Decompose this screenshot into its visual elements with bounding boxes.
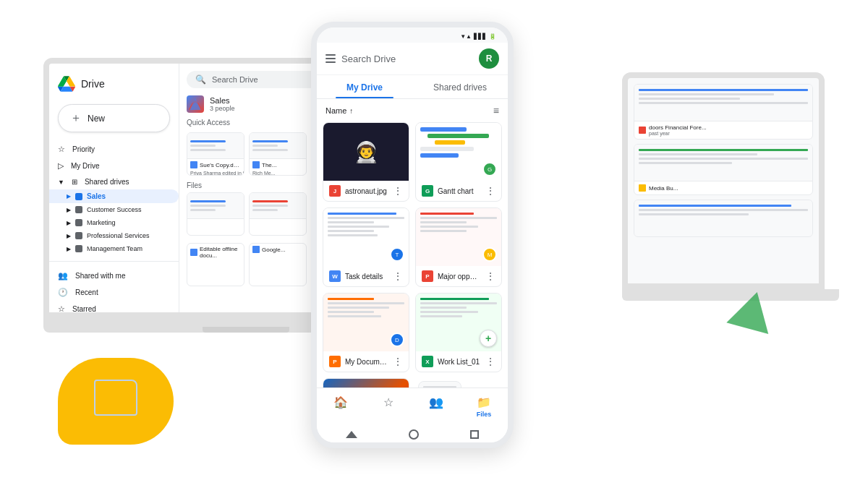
- back-button[interactable]: [346, 431, 357, 438]
- cs-folder-icon: [75, 206, 82, 213]
- new-button[interactable]: ＋ New: [58, 104, 170, 132]
- laptop2-file-icon-2: [639, 184, 646, 192]
- sidebar-label-mkt: Marketing: [87, 219, 116, 226]
- sidebar-item-mgmtteam[interactable]: ▶ Management Team: [49, 242, 179, 255]
- sharedwithme-icon: 👥: [58, 271, 68, 281]
- files-grid: 👨‍🚀 J astronaut.jpg ⋮: [323, 122, 502, 388]
- more-menu-major[interactable]: ⋮: [485, 270, 495, 282]
- sort-label[interactable]: Name ↑: [326, 106, 353, 115]
- sidebar-label-cs: Customer Success: [87, 206, 142, 213]
- sidebar-item-priority[interactable]: ☆ Priority: [49, 141, 179, 158]
- phone-header: Search Drive R: [317, 43, 508, 75]
- file-card-astronaut[interactable]: 👨‍🚀 J astronaut.jpg ⋮: [323, 122, 409, 202]
- mydoc-avatar-badge: D: [390, 333, 404, 347]
- sidebar-item-marketing[interactable]: ▶ Marketing: [49, 216, 179, 229]
- file-sub-2: Rich Me...: [250, 171, 306, 176]
- file-name-gantt: Gantt chart: [438, 187, 481, 195]
- more-menu-astronaut[interactable]: ⋮: [393, 185, 403, 197]
- file-thumb-gantt: G: [416, 123, 501, 181]
- pdf-icon: P: [422, 270, 433, 282]
- sidebar-item-starred[interactable]: ☆ Starred: [49, 301, 179, 317]
- more-menu-task[interactable]: ⋮: [393, 270, 403, 282]
- file-card-mydoc[interactable]: D P My Document ⋮: [323, 293, 409, 372]
- file-card-gantt[interactable]: G G Gantt chart ⋮: [415, 122, 502, 202]
- mkt-expand-icon: ▶: [67, 220, 71, 226]
- home-button[interactable]: [409, 429, 419, 440]
- nav-home[interactable]: 🏠: [317, 393, 365, 421]
- more-menu-worklist[interactable]: ⋮: [485, 356, 495, 367]
- home-icon: 🏠: [333, 395, 348, 409]
- nav-files[interactable]: 📁 Files: [460, 393, 508, 421]
- major-avatar-badge: M: [482, 247, 497, 262]
- more-menu-mydoc[interactable]: ⋮: [393, 356, 403, 367]
- file-card-tokyo[interactable]: Next Tokyo...: [323, 378, 409, 388]
- more-menu-gantt[interactable]: ⋮: [485, 185, 495, 197]
- laptop2-thumb-2: [634, 145, 812, 181]
- sidebar-label-priority: Priority: [72, 145, 95, 153]
- laptop2-file-2[interactable]: Media Bu...: [634, 144, 813, 195]
- sidebar-item-shareddrives[interactable]: ▼ ⊞ Shared drives: [49, 174, 179, 189]
- hamburger-menu-button[interactable]: [326, 54, 336, 63]
- astronaut-image: 👨‍🚀: [323, 123, 409, 181]
- files-nav-icon: 📁: [477, 395, 491, 409]
- recents-button[interactable]: [470, 430, 479, 439]
- bottom-nav: 🏠 ☆ 👥 📁 Files: [317, 388, 508, 425]
- docs-icon-small-2: [252, 161, 260, 168]
- sidebar-item-recent[interactable]: 🕐 Recent: [49, 284, 179, 301]
- laptop2-file-3[interactable]: [634, 200, 813, 237]
- quick-access-file-2[interactable]: The... Rich Me...: [249, 132, 307, 176]
- file-thumb-astronaut: 👨‍🚀: [323, 123, 409, 181]
- add-placeholder-card: [418, 381, 461, 388]
- list-view-icon[interactable]: ≡: [493, 105, 499, 116]
- add-new-area: +: [418, 381, 499, 388]
- file-card-add: +: [415, 378, 502, 388]
- file-thumb-major: M: [416, 208, 501, 266]
- tab-shared-drives[interactable]: Shared drives: [412, 75, 508, 98]
- file-card-6[interactable]: Google...: [249, 243, 307, 286]
- sidebar-item-customer-success[interactable]: ▶ Customer Success: [49, 203, 179, 216]
- user-avatar[interactable]: R: [479, 48, 499, 69]
- file-thumb-task: T: [323, 208, 409, 266]
- file-info-astronaut: J astronaut.jpg ⋮: [323, 181, 409, 201]
- sidebar-header: Drive: [49, 72, 179, 101]
- tab-my-drive[interactable]: My Drive: [317, 75, 412, 98]
- phone-status-bar: ▼▲ ▋▋▋ 🔋: [317, 27, 508, 43]
- gantt-avatar-badge: G: [482, 162, 497, 176]
- file-card-worklist[interactable]: + X Work List_01 ⋮: [415, 293, 502, 372]
- file-card-task[interactable]: T W Task details ⋮: [323, 207, 409, 287]
- file-info-worklist: X Work List_01 ⋮: [416, 351, 501, 372]
- file-card-4[interactable]: [249, 192, 307, 236]
- file-card-3[interactable]: [187, 192, 244, 236]
- priority-icon: ☆: [58, 145, 65, 154]
- quick-access-file-1[interactable]: Sue's Copy.docx Priya Sharma edited in t…: [187, 132, 244, 176]
- shared-drives-icon: ⊞: [72, 178, 77, 186]
- sales-folder-icon: [75, 193, 82, 200]
- phone-device: ▼▲ ▋▋▋ 🔋 Search Drive R My Drive Shared …: [311, 22, 514, 448]
- file5-icon: [190, 249, 197, 256]
- file-card-major[interactable]: M P Major opportu... ⋮: [415, 207, 502, 287]
- laptop2-thumb-3: [634, 200, 812, 236]
- file6-icon: [252, 246, 260, 253]
- laptop2-file-info-1: doors Financial Fore... past year: [634, 121, 812, 139]
- sidebar-label-sales: Sales: [87, 192, 106, 200]
- ppt-icon: P: [329, 356, 341, 367]
- file-thumb-2: [250, 133, 306, 159]
- sheets-icon: G: [422, 185, 433, 197]
- sidebar-item-sharedwithme[interactable]: 👥 Shared with me: [49, 267, 179, 284]
- sales-avatar: [187, 95, 204, 113]
- nav-shared[interactable]: 👥: [412, 393, 460, 421]
- sidebar-item-mydrive[interactable]: ▷ My Drive: [49, 158, 179, 174]
- file-name-task: Task details: [345, 273, 388, 281]
- file-name-1: Sue's Copy.docx: [200, 162, 241, 168]
- file-card-5[interactable]: Editable offline docu...: [187, 243, 244, 286]
- file-info-major: P Major opportu... ⋮: [416, 266, 501, 286]
- file6-name: Google...: [262, 247, 285, 253]
- nav-starred[interactable]: ☆: [365, 393, 412, 421]
- sidebar-item-sales[interactable]: ▶ Sales: [49, 189, 179, 203]
- phone-search-input[interactable]: Search Drive: [341, 53, 473, 64]
- hamburger-line-2: [326, 58, 336, 59]
- worklist-add-badge[interactable]: +: [480, 330, 497, 347]
- sidebar-item-proservices[interactable]: ▶ Professional Services: [49, 229, 179, 242]
- laptop2-file-icon-1: [639, 127, 646, 134]
- laptop2-file-1[interactable]: doors Financial Fore... past year: [634, 84, 813, 140]
